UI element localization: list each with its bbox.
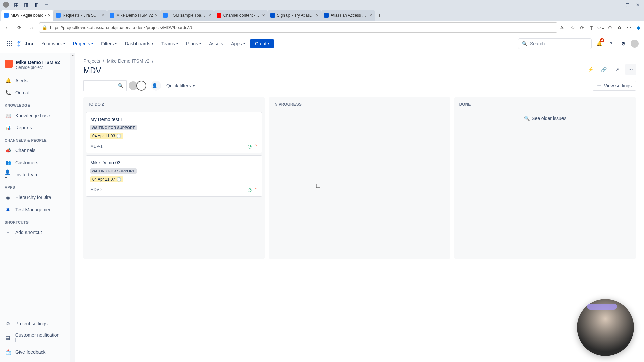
sidebar-item-customer-notif[interactable]: ▤ Customer notification l... — [0, 330, 70, 346]
profile-avatar[interactable] — [631, 40, 639, 48]
sidebar-item-hierarchy[interactable]: ◉ Hierarchy for Jira — [0, 191, 70, 203]
browser-tab[interactable]: ITSM sample space - × — [160, 10, 214, 21]
column-inprogress[interactable]: IN PROGRESS — [269, 97, 450, 259]
issue-key[interactable]: MDV-2 — [90, 187, 103, 192]
tab-actions-icon-2[interactable]: ▥ — [21, 1, 31, 9]
sidebar-item-oncall[interactable]: 📞 On-call — [0, 87, 70, 99]
browser-tab[interactable]: Sign up - Try Atlassian × — [268, 10, 321, 21]
breadcrumb-projects[interactable]: Projects — [83, 58, 100, 64]
nav-projects[interactable]: Projects▾ — [70, 39, 96, 48]
copilot-icon[interactable]: ◆ — [635, 25, 641, 31]
fullscreen-button[interactable]: ⤢ — [612, 64, 623, 75]
browser-tab[interactable]: Requests - Jira Servic × — [53, 10, 107, 21]
app-switcher-icon[interactable] — [5, 40, 13, 48]
share-button[interactable]: 🔗 — [598, 64, 609, 75]
close-window-icon[interactable]: ✕ — [633, 1, 643, 9]
sliders-icon: ☰ — [597, 83, 601, 88]
maximize-icon[interactable]: ▢ — [623, 1, 632, 9]
issue-card[interactable]: My Demo test 1 WAITING FOR SUPPORT 04 Ap… — [86, 112, 262, 153]
profile-icon[interactable] — [1, 1, 11, 9]
svg-point-6 — [7, 45, 8, 46]
notifications-button[interactable]: 🔔 4 — [594, 39, 604, 48]
automation-button[interactable]: ⚡ — [585, 64, 596, 75]
extensions-icon[interactable]: ✿ — [616, 25, 623, 31]
sidebar-item-label: Add shortcut — [15, 230, 42, 235]
clock-icon: 🕐 — [116, 177, 121, 182]
home-button[interactable]: ⌂ — [27, 23, 36, 32]
sidebar-group-knowledge: KNOWLEDGE — [0, 99, 70, 109]
refresh-button[interactable]: ⟳ — [15, 23, 24, 32]
sidebar-item-channels[interactable]: 📣 Channels — [0, 144, 70, 156]
phone-icon: 📞 — [5, 89, 11, 96]
add-people-button[interactable]: 👤+ — [151, 81, 161, 91]
sidebar-scrollbar[interactable]: ▴ — [70, 53, 75, 362]
create-button[interactable]: Create — [250, 39, 274, 48]
tab-actions-icon-4[interactable]: ▭ — [42, 1, 51, 9]
collections-icon[interactable]: ⊕ — [607, 25, 613, 31]
project-icon — [5, 60, 13, 68]
project-header[interactable]: Mike Demo ITSM v2 Service project — [0, 57, 70, 75]
view-settings-button[interactable]: ☰ View settings — [593, 81, 636, 91]
sync-icon[interactable]: ⟳ — [579, 25, 585, 31]
sidebar-item-project-settings[interactable]: ⚙ Project settings — [0, 318, 70, 330]
tab-actions-icon-3[interactable]: ◧ — [32, 1, 41, 9]
sidebar-item-label: Project settings — [15, 321, 48, 326]
nav-filters[interactable]: Filters▾ — [98, 39, 119, 48]
issue-card[interactable]: Mike Demo 03 WAITING FOR SUPPORT 04 Apr … — [86, 155, 262, 197]
help-button[interactable]: ? — [606, 39, 616, 48]
sidebar-item-reports[interactable]: 📊 Reports — [0, 122, 70, 134]
sidebar-item-addshortcut[interactable]: ＋ Add shortcut — [0, 226, 70, 238]
minimize-icon[interactable]: — — [612, 1, 621, 9]
more-button[interactable]: ⋯ — [625, 64, 636, 75]
close-tab-icon[interactable]: × — [370, 13, 372, 18]
new-tab-button[interactable]: + — [375, 11, 384, 21]
favorite-icon[interactable]: ☆ — [570, 25, 576, 31]
menu-icon[interactable]: ⋯ — [626, 25, 632, 31]
see-older-link[interactable]: 🔍 See older issues — [454, 110, 636, 126]
close-tab-icon[interactable]: × — [209, 13, 211, 18]
breadcrumb-project[interactable]: Mike Demo ITSM v2 — [107, 58, 149, 64]
global-search[interactable]: 🔍 Search — [518, 38, 592, 49]
browser-tab[interactable]: Channel content - Yo × — [214, 10, 268, 21]
nav-your-work[interactable]: Your work▾ — [39, 39, 68, 48]
column-todo[interactable]: TO DO 2 My Demo test 1 WAITING FOR SUPPO… — [83, 97, 265, 259]
close-tab-icon[interactable]: × — [316, 13, 319, 18]
close-tab-icon[interactable]: × — [48, 13, 51, 18]
nav-teams[interactable]: Teams▾ — [159, 39, 181, 48]
project-type: Service project — [16, 65, 60, 70]
assignee-filter[interactable] — [130, 81, 146, 91]
settings-button[interactable]: ⚙ — [619, 39, 628, 48]
project-sidebar: Mike Demo ITSM v2 Service project 🔔 Aler… — [0, 53, 70, 362]
nav-dashboards[interactable]: Dashboards▾ — [122, 39, 156, 48]
back-button[interactable]: ← — [3, 23, 12, 32]
jira-logo[interactable]: Jira — [16, 40, 33, 47]
tab-actions-icon[interactable]: ▦ — [11, 1, 21, 9]
address-bar[interactable]: 🔒 https://projectflowuk.atlassian.net/ji… — [39, 22, 557, 33]
browser-tab[interactable]: Atlassian Access Prici × — [321, 10, 375, 21]
sidebar-item-testmgmt[interactable]: ✖ Test Management — [0, 203, 70, 216]
sidebar-item-invite[interactable]: 👤+ Invite team — [0, 169, 70, 181]
nav-apps[interactable]: Apps▾ — [228, 39, 248, 48]
board-search-input[interactable]: 🔍 — [83, 80, 127, 91]
avatar-unassigned[interactable] — [136, 81, 146, 91]
split-icon[interactable]: ◫ — [588, 25, 594, 31]
read-aloud-icon[interactable]: A⁺ — [560, 25, 566, 31]
nav-plans[interactable]: Plans▾ — [183, 39, 204, 48]
sidebar-item-feedback[interactable]: 📩 Give feedback — [0, 346, 70, 358]
issue-key[interactable]: MDV-1 — [90, 144, 103, 149]
nav-assets[interactable]: Assets — [206, 39, 226, 48]
sidebar-item-customers[interactable]: 👥 Customers — [0, 156, 70, 169]
favorites-bar-icon[interactable]: ☆≡ — [598, 25, 604, 31]
browser-tab[interactable]: MDV - Agile board - × — [1, 10, 53, 21]
browser-tab[interactable]: Mike Demo ITSM v2 × — [107, 10, 160, 21]
close-tab-icon[interactable]: × — [262, 13, 265, 18]
sidebar-item-alerts[interactable]: 🔔 Alerts — [0, 75, 70, 87]
close-tab-icon[interactable]: × — [102, 13, 104, 18]
kanban-board: TO DO 2 My Demo test 1 WAITING FOR SUPPO… — [83, 97, 636, 259]
quick-filters-dropdown[interactable]: Quick filters ▾ — [164, 83, 197, 88]
product-name: Jira — [25, 41, 33, 46]
sidebar-group-apps: APPS — [0, 181, 70, 191]
column-done[interactable]: DONE 🔍 See older issues — [454, 97, 636, 259]
close-tab-icon[interactable]: × — [155, 13, 158, 18]
sidebar-item-kb[interactable]: 📖 Knowledge base — [0, 109, 70, 122]
